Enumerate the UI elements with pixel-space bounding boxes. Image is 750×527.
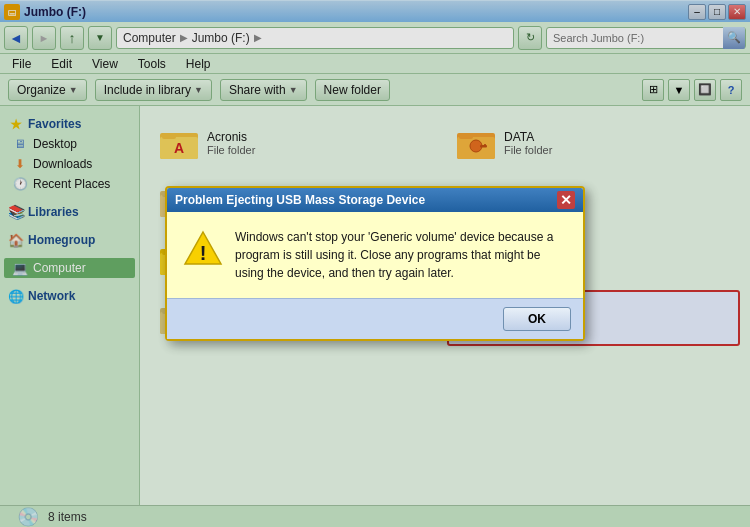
- dialog-footer: OK: [167, 298, 583, 339]
- dialog-overlay: Problem Ejecting USB Mass Storage Device…: [0, 0, 750, 527]
- ok-button[interactable]: OK: [503, 307, 571, 331]
- svg-text:!: !: [200, 242, 207, 264]
- dialog-title: Problem Ejecting USB Mass Storage Device: [175, 193, 425, 207]
- warning-icon: !: [183, 228, 223, 268]
- eject-error-dialog: Problem Ejecting USB Mass Storage Device…: [165, 186, 585, 341]
- dialog-body: ! Windows can't stop your 'Generic volum…: [167, 212, 583, 298]
- dialog-close-button[interactable]: ✕: [557, 191, 575, 209]
- dialog-titlebar: Problem Ejecting USB Mass Storage Device…: [167, 188, 583, 212]
- dialog-message: Windows can't stop your 'Generic volume'…: [235, 228, 567, 282]
